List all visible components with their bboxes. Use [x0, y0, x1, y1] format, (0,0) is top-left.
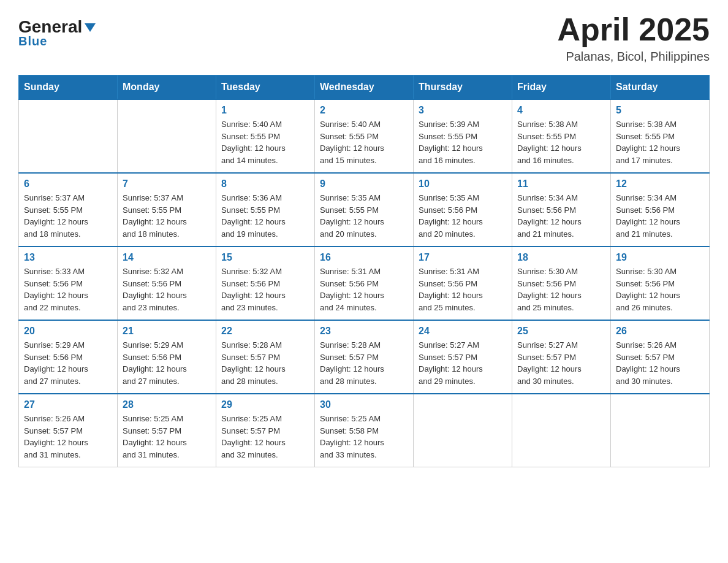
day-info: Sunrise: 5:28 AM Sunset: 5:57 PM Dayligh… [320, 339, 408, 387]
day-number: 24 [419, 326, 507, 337]
weekday-header-wednesday: Wednesday [315, 75, 414, 100]
weekday-header-saturday: Saturday [611, 75, 710, 100]
calendar-cell: 5Sunrise: 5:38 AM Sunset: 5:55 PM Daylig… [611, 99, 710, 173]
calendar-cell: 17Sunrise: 5:31 AM Sunset: 5:56 PM Dayli… [414, 247, 512, 320]
calendar-cell: 20Sunrise: 5:29 AM Sunset: 5:56 PM Dayli… [19, 320, 118, 394]
calendar-cell: 29Sunrise: 5:25 AM Sunset: 5:57 PM Dayli… [216, 394, 315, 467]
calendar-cell: 18Sunrise: 5:30 AM Sunset: 5:56 PM Dayli… [512, 247, 611, 320]
day-info: Sunrise: 5:34 AM Sunset: 5:56 PM Dayligh… [616, 192, 704, 240]
day-number: 7 [123, 178, 211, 190]
day-info: Sunrise: 5:37 AM Sunset: 5:55 PM Dayligh… [24, 192, 112, 240]
calendar-table: SundayMondayTuesdayWednesdayThursdayFrid… [18, 75, 710, 467]
calendar-cell: 11Sunrise: 5:34 AM Sunset: 5:56 PM Dayli… [512, 173, 611, 247]
weekday-header-sunday: Sunday [19, 75, 118, 100]
calendar-cell [512, 394, 611, 467]
day-info: Sunrise: 5:25 AM Sunset: 5:58 PM Dayligh… [320, 413, 408, 461]
calendar-cell: 8Sunrise: 5:36 AM Sunset: 5:55 PM Daylig… [216, 173, 315, 247]
calendar-cell: 7Sunrise: 5:37 AM Sunset: 5:55 PM Daylig… [118, 173, 216, 247]
day-info: Sunrise: 5:29 AM Sunset: 5:56 PM Dayligh… [123, 339, 211, 387]
day-info: Sunrise: 5:30 AM Sunset: 5:56 PM Dayligh… [616, 266, 704, 313]
day-number: 30 [320, 399, 408, 410]
day-number: 6 [24, 178, 112, 190]
calendar-cell: 24Sunrise: 5:27 AM Sunset: 5:57 PM Dayli… [414, 320, 512, 394]
day-number: 3 [419, 105, 507, 116]
calendar-week-row: 20Sunrise: 5:29 AM Sunset: 5:56 PM Dayli… [19, 320, 710, 394]
calendar-week-row: 13Sunrise: 5:33 AM Sunset: 5:56 PM Dayli… [19, 247, 710, 320]
day-info: Sunrise: 5:30 AM Sunset: 5:56 PM Dayligh… [517, 266, 605, 313]
day-info: Sunrise: 5:39 AM Sunset: 5:55 PM Dayligh… [419, 118, 507, 166]
svg-marker-0 [85, 23, 96, 32]
page-title: April 2025 [557, 12, 710, 47]
calendar-cell: 19Sunrise: 5:30 AM Sunset: 5:56 PM Dayli… [611, 247, 710, 320]
day-info: Sunrise: 5:32 AM Sunset: 5:56 PM Dayligh… [123, 266, 211, 313]
day-number: 16 [320, 252, 408, 263]
calendar-cell: 27Sunrise: 5:26 AM Sunset: 5:57 PM Dayli… [19, 394, 118, 467]
day-number: 4 [517, 105, 605, 116]
day-number: 25 [517, 326, 605, 337]
day-number: 5 [616, 105, 704, 116]
day-number: 28 [123, 399, 211, 410]
day-number: 15 [221, 252, 309, 263]
day-number: 19 [616, 252, 704, 263]
day-number: 13 [24, 252, 112, 263]
day-number: 10 [419, 178, 507, 190]
day-number: 1 [221, 105, 309, 116]
day-info: Sunrise: 5:31 AM Sunset: 5:56 PM Dayligh… [320, 266, 408, 313]
calendar-cell: 9Sunrise: 5:35 AM Sunset: 5:55 PM Daylig… [315, 173, 414, 247]
day-number: 17 [419, 252, 507, 263]
day-info: Sunrise: 5:38 AM Sunset: 5:55 PM Dayligh… [616, 118, 704, 166]
calendar-cell [118, 99, 216, 173]
calendar-week-row: 1Sunrise: 5:40 AM Sunset: 5:55 PM Daylig… [19, 99, 710, 173]
day-info: Sunrise: 5:29 AM Sunset: 5:56 PM Dayligh… [24, 339, 112, 387]
day-number: 12 [616, 178, 704, 190]
day-info: Sunrise: 5:28 AM Sunset: 5:57 PM Dayligh… [221, 339, 309, 387]
day-info: Sunrise: 5:35 AM Sunset: 5:56 PM Dayligh… [419, 192, 507, 240]
calendar-cell: 28Sunrise: 5:25 AM Sunset: 5:57 PM Dayli… [118, 394, 216, 467]
day-info: Sunrise: 5:25 AM Sunset: 5:57 PM Dayligh… [123, 413, 211, 461]
calendar-cell: 3Sunrise: 5:39 AM Sunset: 5:55 PM Daylig… [414, 99, 512, 173]
logo-blue: Blue [18, 34, 47, 48]
calendar-cell: 23Sunrise: 5:28 AM Sunset: 5:57 PM Dayli… [315, 320, 414, 394]
day-number: 14 [123, 252, 211, 263]
day-info: Sunrise: 5:31 AM Sunset: 5:56 PM Dayligh… [419, 266, 507, 313]
day-number: 8 [221, 178, 309, 190]
day-number: 20 [24, 326, 112, 337]
calendar-cell: 16Sunrise: 5:31 AM Sunset: 5:56 PM Dayli… [315, 247, 414, 320]
day-number: 26 [616, 326, 704, 337]
calendar-cell: 25Sunrise: 5:27 AM Sunset: 5:57 PM Dayli… [512, 320, 611, 394]
calendar-cell: 12Sunrise: 5:34 AM Sunset: 5:56 PM Dayli… [611, 173, 710, 247]
day-info: Sunrise: 5:36 AM Sunset: 5:55 PM Dayligh… [221, 192, 309, 240]
day-number: 27 [24, 399, 112, 410]
day-info: Sunrise: 5:40 AM Sunset: 5:55 PM Dayligh… [221, 118, 309, 166]
day-info: Sunrise: 5:33 AM Sunset: 5:56 PM Dayligh… [24, 266, 112, 313]
calendar-cell: 10Sunrise: 5:35 AM Sunset: 5:56 PM Dayli… [414, 173, 512, 247]
calendar-cell: 26Sunrise: 5:26 AM Sunset: 5:57 PM Dayli… [611, 320, 710, 394]
day-info: Sunrise: 5:38 AM Sunset: 5:55 PM Dayligh… [517, 118, 605, 166]
calendar-cell: 30Sunrise: 5:25 AM Sunset: 5:58 PM Dayli… [315, 394, 414, 467]
calendar-cell [19, 99, 118, 173]
title-area: April 2025 Palanas, Bicol, Philippines [557, 12, 710, 64]
calendar-cell: 14Sunrise: 5:32 AM Sunset: 5:56 PM Dayli… [118, 247, 216, 320]
calendar-cell: 1Sunrise: 5:40 AM Sunset: 5:55 PM Daylig… [216, 99, 315, 173]
day-info: Sunrise: 5:25 AM Sunset: 5:57 PM Dayligh… [221, 413, 309, 461]
calendar-cell: 21Sunrise: 5:29 AM Sunset: 5:56 PM Dayli… [118, 320, 216, 394]
calendar-cell [611, 394, 710, 467]
page-subtitle: Palanas, Bicol, Philippines [557, 50, 710, 64]
weekday-header-monday: Monday [118, 75, 216, 100]
logo: General Blue [18, 18, 97, 48]
day-number: 18 [517, 252, 605, 263]
calendar-week-row: 6Sunrise: 5:37 AM Sunset: 5:55 PM Daylig… [19, 173, 710, 247]
weekday-header-thursday: Thursday [414, 75, 512, 100]
day-info: Sunrise: 5:27 AM Sunset: 5:57 PM Dayligh… [419, 339, 507, 387]
weekday-header-friday: Friday [512, 75, 611, 100]
header: General Blue April 2025 Palanas, Bicol, … [18, 12, 710, 64]
day-number: 23 [320, 326, 408, 337]
day-number: 2 [320, 105, 408, 116]
calendar-cell [414, 394, 512, 467]
day-number: 22 [221, 326, 309, 337]
calendar-cell: 13Sunrise: 5:33 AM Sunset: 5:56 PM Dayli… [19, 247, 118, 320]
logo-general: General [18, 18, 82, 36]
weekday-header-row: SundayMondayTuesdayWednesdayThursdayFrid… [19, 75, 710, 100]
day-info: Sunrise: 5:26 AM Sunset: 5:57 PM Dayligh… [24, 413, 112, 461]
day-number: 21 [123, 326, 211, 337]
